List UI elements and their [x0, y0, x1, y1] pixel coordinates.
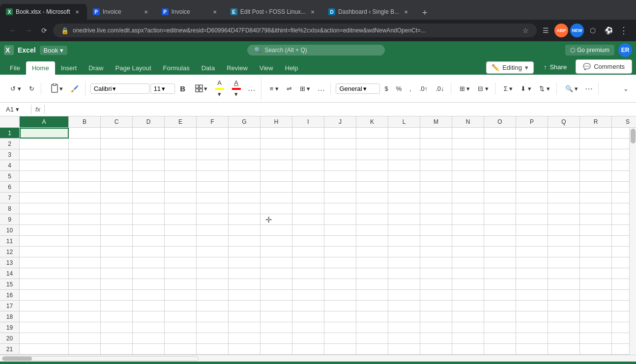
vertical-scrollbar-thumb[interactable] — [631, 129, 636, 143]
tab-insert[interactable]: Insert — [55, 61, 83, 75]
cell-l1[interactable] — [388, 128, 420, 139]
row-num-11[interactable]: 11 — [0, 236, 19, 247]
cell-k1[interactable] — [356, 128, 388, 139]
cell-i1[interactable] — [292, 128, 324, 139]
col-header-s[interactable]: S — [612, 116, 636, 127]
col-header-g[interactable]: G — [229, 116, 260, 127]
tab-close-foss[interactable]: ✕ — [309, 8, 317, 16]
col-header-d[interactable]: D — [133, 116, 165, 127]
font-color-button[interactable]: A ▾ — [229, 77, 244, 100]
tab-data[interactable]: Data — [196, 61, 221, 75]
cell-ref-dropdown[interactable]: ▾ — [16, 106, 19, 113]
cell-r1[interactable] — [580, 128, 612, 139]
cell-a1[interactable] — [20, 128, 69, 139]
row-num-7[interactable]: 7 — [0, 193, 19, 203]
row-num-13[interactable]: 13 — [0, 257, 19, 268]
address-bar[interactable]: 🔒 onedrive.live.com/edit.aspx?action=edi… — [53, 24, 537, 37]
col-header-j[interactable]: J — [324, 116, 356, 127]
accounting-format-button[interactable]: $ — [381, 83, 391, 95]
col-header-n[interactable]: N — [452, 116, 484, 127]
row-num-18[interactable]: 18 — [0, 311, 19, 322]
percent-format-button[interactable]: % — [393, 83, 405, 95]
cell-d1[interactable] — [133, 128, 165, 139]
cell-j1[interactable] — [324, 128, 356, 139]
row-num-3[interactable]: 3 — [0, 149, 19, 160]
conditional-format-button[interactable]: ⊞ ▾ — [456, 83, 474, 95]
decrease-decimal-button[interactable]: .0↓ — [432, 83, 447, 95]
align-more-button[interactable]: … — [315, 83, 327, 94]
autosum-button[interactable]: Σ ▾ — [500, 83, 517, 95]
cell-m1[interactable] — [420, 128, 452, 139]
sort-filter-button[interactable]: ⇅ ▾ — [536, 83, 553, 95]
ribbon-more-button[interactable]: ⋯ — [582, 83, 595, 95]
vertical-scrollbar[interactable] — [629, 128, 636, 355]
col-header-m[interactable]: M — [420, 116, 452, 127]
number-format-selector[interactable]: General ▾ — [336, 84, 380, 94]
new-tab-button[interactable]: + — [418, 6, 432, 20]
increase-decimal-button[interactable]: .0↑ — [416, 83, 431, 95]
ribbon-expand-icon[interactable]: ⌄ — [620, 83, 632, 95]
col-header-f[interactable]: F — [197, 116, 229, 127]
row-num-20[interactable]: 20 — [0, 333, 19, 344]
tab-page-layout[interactable]: Page Layout — [110, 61, 157, 75]
tab-close-dashboard[interactable]: ✕ — [402, 8, 410, 16]
cell-e1[interactable] — [165, 128, 197, 139]
row-num-5[interactable]: 5 — [0, 171, 19, 182]
search-box[interactable]: 🔍 Search (Alt + Q) — [247, 45, 385, 56]
cell-a2[interactable] — [20, 139, 69, 149]
col-header-e[interactable]: E — [165, 116, 197, 127]
row-num-1[interactable]: 1 — [0, 128, 19, 139]
horizontal-scrollbar[interactable] — [0, 355, 636, 362]
format-painter-button[interactable]: 🖌️ — [67, 83, 82, 95]
tab-review[interactable]: Review — [221, 61, 254, 75]
forward-button[interactable]: → — [22, 24, 35, 37]
row-num-10[interactable]: 10 — [0, 225, 19, 236]
col-header-b[interactable]: B — [69, 116, 101, 127]
cell-o1[interactable] — [484, 128, 516, 139]
row-num-16[interactable]: 16 — [0, 290, 19, 301]
h-scroll-thumb[interactable] — [2, 357, 32, 361]
row-num-14[interactable]: 14 — [0, 268, 19, 279]
browser-menu[interactable]: ⋮ — [617, 25, 630, 36]
row-num-12[interactable]: 12 — [0, 247, 19, 257]
col-header-l[interactable]: L — [388, 116, 420, 127]
font-name-selector[interactable]: Calibri ▾ — [90, 84, 149, 94]
cell-b1[interactable] — [69, 128, 101, 139]
col-header-a[interactable]: A — [20, 116, 69, 127]
font-more-button[interactable]: … — [245, 83, 258, 94]
col-header-o[interactable]: O — [484, 116, 516, 127]
cell-f1[interactable] — [197, 128, 229, 139]
cell-p1[interactable] — [516, 128, 548, 139]
col-header-k[interactable]: K — [356, 116, 388, 127]
ext-puzzle[interactable]: ⬡ — [586, 24, 600, 37]
redo-button[interactable]: ↻ — [26, 83, 38, 95]
tab-close-invoice1[interactable]: ✕ — [142, 8, 150, 16]
cell-h1[interactable] — [260, 128, 292, 139]
formula-input[interactable] — [45, 109, 634, 111]
tab-formulas[interactable]: Formulas — [157, 61, 196, 75]
col-header-i[interactable]: I — [292, 116, 324, 127]
row-num-15[interactable]: 15 — [0, 279, 19, 290]
wrap-text-button[interactable]: ⇌ — [283, 83, 295, 95]
bookmark-icon[interactable]: ☆ — [522, 27, 529, 34]
tab-close-excel[interactable]: ✕ — [73, 8, 81, 16]
tab-view[interactable]: View — [254, 61, 279, 75]
cell-n1[interactable] — [452, 128, 484, 139]
col-header-q[interactable]: Q — [548, 116, 580, 127]
fill-button[interactable]: ⬇ ▾ — [517, 83, 535, 95]
editing-mode-dropdown[interactable]: ✏️ Editing ▾ — [486, 61, 534, 74]
tab-foss[interactable]: E Edit Post ‹ FOSS Linux... ✕ — [225, 4, 322, 20]
ext-soccer[interactable]: ⚽ — [602, 24, 615, 37]
col-header-r[interactable]: R — [580, 116, 612, 127]
ext-abp[interactable]: ABP — [554, 24, 568, 37]
row-num-9[interactable]: 9 — [0, 214, 19, 225]
borders-button[interactable]: ▾ — [191, 81, 211, 96]
tab-invoice1[interactable]: P Invoice ✕ — [87, 4, 156, 20]
row-num-19[interactable]: 19 — [0, 322, 19, 333]
ribbon-expand-button[interactable]: ⌄ — [620, 83, 632, 95]
row-num-8[interactable]: 8 — [0, 203, 19, 214]
comma-format-button[interactable]: , — [406, 83, 415, 95]
row-num-17[interactable]: 17 — [0, 301, 19, 311]
row-num-6[interactable]: 6 — [0, 182, 19, 193]
ext-new[interactable]: NEW — [570, 24, 584, 37]
